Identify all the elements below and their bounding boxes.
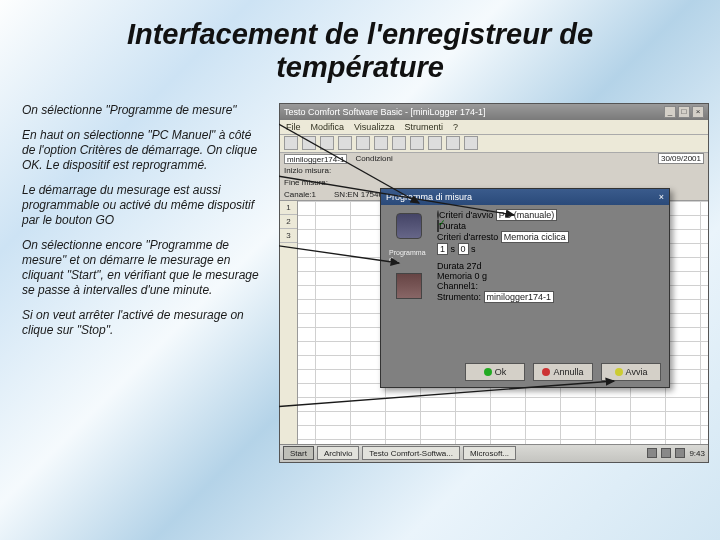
app-window: Testo Comfort Software Basic - [miniLogg… <box>279 103 709 463</box>
toolbar-btn-11[interactable] <box>464 136 478 150</box>
unit-s-1: s <box>451 244 456 254</box>
doc-name-field[interactable]: minilogger174-1 <box>284 154 347 164</box>
memoria-unit: g <box>482 271 487 281</box>
cancel-icon <box>542 368 550 376</box>
toolbar-btn-7[interactable] <box>392 136 406 150</box>
instruction-3: Le démarrage du mesurage est aussi progr… <box>22 183 267 228</box>
channel-label: Canale:1 <box>284 190 316 199</box>
cancel-button[interactable]: Annulla <box>533 363 593 381</box>
row-head-3: 3 <box>280 229 297 243</box>
slide-title: Interfacement de l'enregistreur de tempé… <box>22 18 698 85</box>
menu-bar: File Modifica Visualizza Strumenti ? <box>280 120 708 135</box>
memoria-label: Memoria <box>437 271 472 281</box>
row-head-2: 2 <box>280 215 297 229</box>
system-tray: 9:43 <box>647 448 705 458</box>
toolbar <box>280 135 708 153</box>
tray-icon-2[interactable] <box>661 448 671 458</box>
channel1-label: Channel1: <box>437 281 478 291</box>
dialog-title: Programma di misura <box>386 192 472 202</box>
toolbar-btn-5[interactable] <box>356 136 370 150</box>
ok-label: Ok <box>495 367 507 377</box>
dialog-titlebar: Programma di misura × <box>381 189 669 205</box>
tray-icon-3[interactable] <box>675 448 685 458</box>
instruction-2: En haut on sélectionne "PC Manuel" à côt… <box>22 128 267 173</box>
ok-icon <box>484 368 492 376</box>
close-button[interactable]: × <box>692 106 704 118</box>
unit-s-2: s <box>471 244 476 254</box>
memoria-value: 0 <box>475 271 480 281</box>
maximize-button[interactable]: □ <box>678 106 690 118</box>
toolbar-btn-2[interactable] <box>302 136 316 150</box>
toolbar-btn-6[interactable] <box>374 136 388 150</box>
row-headers: 1 2 3 <box>280 201 298 444</box>
toolbar-btn-4[interactable] <box>338 136 352 150</box>
toolbar-btn-10[interactable] <box>446 136 460 150</box>
dialog-close-button[interactable]: × <box>659 192 664 202</box>
instruction-4: On sélectionne encore "Programme de mesu… <box>22 238 267 298</box>
toolbar-btn-1[interactable] <box>284 136 298 150</box>
stop-criteria-label: Criteri d'arresto <box>437 232 498 242</box>
conditions-label: Condizioni <box>355 154 392 163</box>
instruction-column: On sélectionne "Programme de mesure" En … <box>22 103 267 463</box>
task-app-label: Testo Comfort-Softwa... <box>369 449 453 458</box>
ok-button[interactable]: Ok <box>465 363 525 381</box>
menu-tools[interactable]: Strumenti <box>404 122 443 132</box>
toolbar-btn-8[interactable] <box>410 136 424 150</box>
strumento-select[interactable]: minilogger174-1 <box>484 291 555 303</box>
strumento-label: Strumento: <box>437 292 481 302</box>
end-measure-label: Fine misura: <box>284 178 328 187</box>
row-head-1: 1 <box>280 201 297 215</box>
clock-icon[interactable] <box>396 213 422 239</box>
dialog-options: Criteri d'avvio PC (manuale) Durata Crit… <box>437 209 661 353</box>
start-label-tb: Start <box>290 449 307 458</box>
start-criteria-label: Criteri d'avvio <box>439 210 493 220</box>
durata-checkbox[interactable] <box>437 220 439 232</box>
dialog-button-row: Ok Annulla Avvia <box>465 363 661 381</box>
app-title: Testo Comfort Software Basic - [miniLogg… <box>284 107 486 117</box>
menu-file[interactable]: File <box>286 122 301 132</box>
stop-criteria-select[interactable]: Memoria ciclica <box>501 231 569 243</box>
menu-help[interactable]: ? <box>453 122 458 132</box>
screenshot-area: Testo Comfort Software Basic - [miniLogg… <box>279 103 709 463</box>
tray-icon-1[interactable] <box>647 448 657 458</box>
task-app[interactable]: Testo Comfort-Softwa... <box>362 446 460 460</box>
val-1-field[interactable]: 1 <box>437 243 448 255</box>
menu-edit[interactable]: Modifica <box>311 122 345 132</box>
measure-program-dialog: Programma di misura × Programma d... Cri… <box>380 188 670 388</box>
start-measure-label: Inizio misura: <box>284 166 331 175</box>
task-ms[interactable]: Microsoft... <box>463 446 516 460</box>
start-criteria-select[interactable]: PC (manuale) <box>496 209 558 221</box>
app-titlebar: Testo Comfort Software Basic - [miniLogg… <box>280 104 708 120</box>
instruction-1: On sélectionne "Programme de mesure" <box>22 103 267 118</box>
toolbar-btn-9[interactable] <box>428 136 442 150</box>
dialog-icon-column: Programma d... <box>389 209 429 353</box>
minimize-button[interactable]: _ <box>664 106 676 118</box>
clock: 9:43 <box>689 449 705 458</box>
instruction-5: Si on veut arrêter l'activé de mesurage … <box>22 308 267 338</box>
start-icon <box>615 368 623 376</box>
doc-date: 30/09/2001 <box>658 153 704 164</box>
durata-value: 27d <box>467 261 482 271</box>
program-icon-label: Programma d... <box>389 249 429 263</box>
start-button[interactable]: Avvia <box>601 363 661 381</box>
cancel-label: Annulla <box>553 367 583 377</box>
durata-text: Durata <box>437 261 464 271</box>
tools-icon[interactable] <box>396 273 422 299</box>
task-archivio[interactable]: Archivio <box>317 446 359 460</box>
val-0-field[interactable]: 0 <box>458 243 469 255</box>
start-button-tb[interactable]: Start <box>283 446 314 460</box>
toolbar-btn-3[interactable] <box>320 136 334 150</box>
archivio-label: Archivio <box>324 449 352 458</box>
task-ms-label: Microsoft... <box>470 449 509 458</box>
start-label: Avvia <box>626 367 648 377</box>
menu-view[interactable]: Visualizza <box>354 122 394 132</box>
taskbar: Start Archivio Testo Comfort-Softwa... M… <box>280 444 708 462</box>
